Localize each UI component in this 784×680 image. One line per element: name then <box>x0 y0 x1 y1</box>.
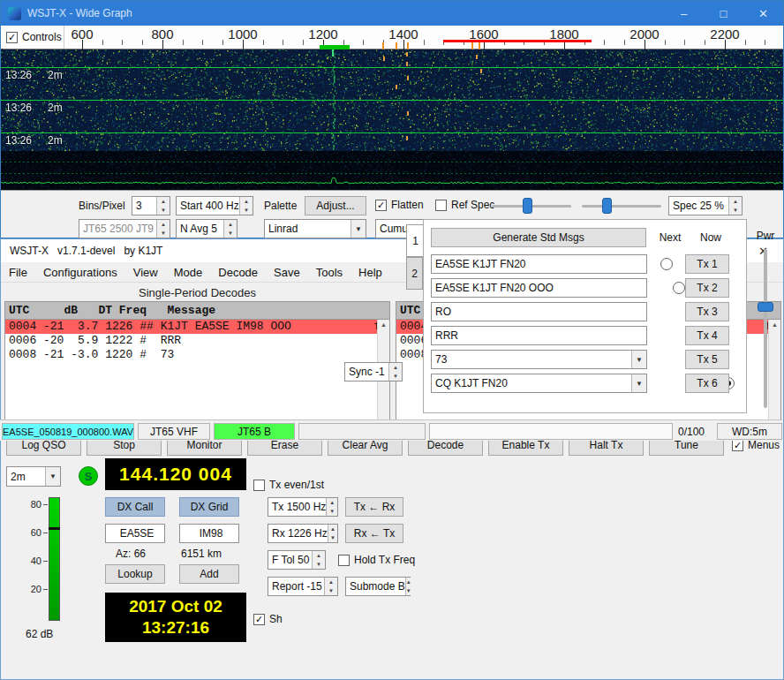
menu-mode[interactable]: Mode <box>166 262 211 282</box>
tx2-next-radio[interactable] <box>673 282 685 294</box>
dx-grid-field[interactable]: IM98 <box>179 524 239 543</box>
spin-arrows-icon[interactable]: ▲▼ <box>223 220 237 238</box>
decode-row[interactable]: 0006 -20 5.9 1222 # RRR <box>5 334 389 348</box>
minimize-icon[interactable]: – <box>664 1 704 26</box>
rig-status-indicator[interactable]: S <box>79 466 98 486</box>
tx-from-rx-button[interactable]: Tx ← Rx <box>345 497 403 517</box>
decode-row[interactable]: 0004 -21 3.7 1226 ## K1JT EA5SE IM98 OOO… <box>5 320 389 334</box>
hold-tx-freq-checkbox[interactable]: ✓ Hold Tx Freq <box>338 554 415 566</box>
controls-checkbox-label: Controls <box>22 31 62 43</box>
slider-handle[interactable] <box>602 198 612 214</box>
f-tol-spinbox[interactable]: F Tol 50▲▼ <box>268 550 326 570</box>
tx1-now-button[interactable]: Tx 1 <box>685 254 729 274</box>
vertical-scrollbar[interactable]: ▲▼ <box>768 320 780 427</box>
frequency-scale: 6008001000120014001600180020002200 ✓ Con… <box>1 26 783 49</box>
wide-graph-titlebar[interactable]: WSJT-X - Wide Graph – □ ✕ <box>1 1 783 26</box>
bins-pixel-label: Bins/Pixel <box>79 200 125 212</box>
timestamp-band: 2m <box>48 134 63 147</box>
controls-checkbox[interactable]: ✓ Controls <box>6 31 62 43</box>
menu-help[interactable]: Help <box>351 262 390 282</box>
tx-message-field-1[interactable]: EA5SE K1JT FN20 <box>431 254 647 274</box>
spin-arrows-icon[interactable]: ▲▼ <box>324 578 337 595</box>
spin-arrows-icon[interactable]: ▲▼ <box>156 197 170 215</box>
submode-spinbox[interactable]: Submode B▲▼ <box>345 577 411 596</box>
start-hz-spinbox[interactable]: Start 400 Hz ▲▼ <box>176 196 253 215</box>
tx4-now-button[interactable]: Tx 4 <box>685 326 729 345</box>
n-avg-spinbox[interactable]: N Avg 5 ▲▼ <box>176 219 237 238</box>
tx-message-field-6[interactable]: CQ K1JT FN20▼ <box>431 374 647 393</box>
spin-arrows-icon[interactable]: ▲▼ <box>728 197 742 215</box>
rx-freq-spinbox[interactable]: Rx 1226 Hz▲▼ <box>268 524 338 543</box>
maximize-icon[interactable]: □ <box>704 1 743 26</box>
tx-message-field-3[interactable]: RO <box>431 302 647 321</box>
spin-arrows-icon[interactable]: ▲▼ <box>312 551 325 569</box>
next-column-label: Next <box>655 231 685 244</box>
tx1-next-radio[interactable] <box>660 258 673 270</box>
jt65-jt9-split-spinbox: JT65 2500 JT9 ▲▼ <box>79 219 170 238</box>
dx-grid-button[interactable]: DX Grid <box>179 497 239 517</box>
menu-view[interactable]: View <box>125 262 166 282</box>
rx-from-tx-button[interactable]: Rx ← Tx <box>345 524 403 543</box>
menus-checkbox[interactable]: ✓ Menus <box>732 439 780 451</box>
generate-std-msgs-button[interactable]: Generate Std Msgs <box>431 228 646 247</box>
wav-file-badge: EA5SE_050819_000800.WAV <box>2 423 134 440</box>
scroll-up-icon[interactable]: ▲ <box>381 320 387 329</box>
palette-combobox[interactable]: Linrad ▼ <box>264 219 366 238</box>
menu-configurations[interactable]: Configurations <box>35 262 125 282</box>
tx2-now-button[interactable]: Tx 2 <box>685 278 729 298</box>
decode-row[interactable]: 0008 -21 -3.0 1220 # 73 <box>5 348 389 362</box>
tx-even-checkbox[interactable]: ✓ Tx even/1st <box>253 479 324 491</box>
scale-label: 1000 <box>223 26 262 42</box>
tx-message-field-4[interactable]: RRR <box>431 326 647 345</box>
wsjtx-app-icon <box>8 7 21 20</box>
desktop: { "colors": { "titlebar_blue": "#2f7cd6"… <box>0 0 784 680</box>
spin-arrows-icon[interactable]: ▲▼ <box>405 578 411 595</box>
tx-message-field-5[interactable]: 73▼ <box>431 350 647 369</box>
tx6-now-button[interactable]: Tx 6 <box>685 374 729 393</box>
spin-arrows-icon[interactable]: ▲▼ <box>328 525 337 542</box>
close-icon[interactable]: ✕ <box>743 1 783 26</box>
report-spinbox[interactable]: Report -15▲▼ <box>268 577 338 596</box>
tab-1[interactable]: 1 <box>406 224 424 257</box>
dropdown-arrow-icon: ▼ <box>45 467 60 486</box>
azimuth-label: Az: 66 <box>116 548 146 560</box>
scroll-up-icon[interactable]: ▲ <box>772 320 778 329</box>
spin-arrows-icon[interactable]: ▲▼ <box>239 197 253 215</box>
ref-spec-checkbox[interactable]: ✓ Ref Spec <box>435 199 494 211</box>
meter-level-pointer <box>49 527 60 530</box>
frequency-display[interactable]: 144.120 004 <box>105 458 246 490</box>
flatten-checkbox[interactable]: ✓ Flatten <box>375 199 424 211</box>
menu-file[interactable]: File <box>1 262 35 282</box>
menu-tools[interactable]: Tools <box>308 262 351 282</box>
adjust-button[interactable]: Adjust... <box>305 196 366 215</box>
waterfall-zero-slider[interactable] <box>580 196 663 215</box>
band-combobox[interactable]: 2m ▼ <box>6 466 61 487</box>
tx-message-field-2[interactable]: EA5SE K1JT FN20 OOO <box>431 278 647 298</box>
sync-spinbox[interactable]: Sync -1▲▼ <box>344 362 403 382</box>
dx-call-button[interactable]: DX Call <box>105 497 165 517</box>
slider-handle[interactable] <box>523 198 532 214</box>
spin-arrows-icon[interactable]: ▲▼ <box>388 363 402 381</box>
sh-checkbox[interactable]: ✓ Sh <box>253 613 283 625</box>
spec-percent-spinbox[interactable]: Spec 25 % ▲▼ <box>668 196 743 215</box>
pwr-slider-handle[interactable] <box>758 302 773 312</box>
menu-save[interactable]: Save <box>266 262 308 282</box>
tx-freq-spinbox[interactable]: Tx 1500 Hz▲▼ <box>268 497 338 517</box>
signal-meter-bar <box>49 497 60 621</box>
spin-arrows-icon[interactable]: ▲▼ <box>326 498 337 516</box>
add-button[interactable]: Add <box>179 564 239 584</box>
waterfall-area: 13:262m13:262m13:262m <box>1 49 783 190</box>
submode-badge: JT65 B <box>214 423 295 440</box>
pwr-slider-track[interactable] <box>764 249 767 408</box>
waterfall-display[interactable] <box>1 49 783 190</box>
tx-message-text: 73 <box>432 351 631 368</box>
tx3-now-button[interactable]: Tx 3 <box>685 302 729 321</box>
tab-2[interactable]: 2 <box>406 257 423 290</box>
bins-pixel-spinbox[interactable]: 3 ▲▼ <box>132 196 170 215</box>
dx-call-field[interactable]: EA5SE <box>105 524 165 543</box>
meter-db-label: 62 dB <box>26 628 53 640</box>
waterfall-gain-slider[interactable] <box>490 196 573 215</box>
menu-decode[interactable]: Decode <box>210 262 266 282</box>
tx5-now-button[interactable]: Tx 5 <box>685 350 729 369</box>
lookup-button[interactable]: Lookup <box>105 564 165 584</box>
